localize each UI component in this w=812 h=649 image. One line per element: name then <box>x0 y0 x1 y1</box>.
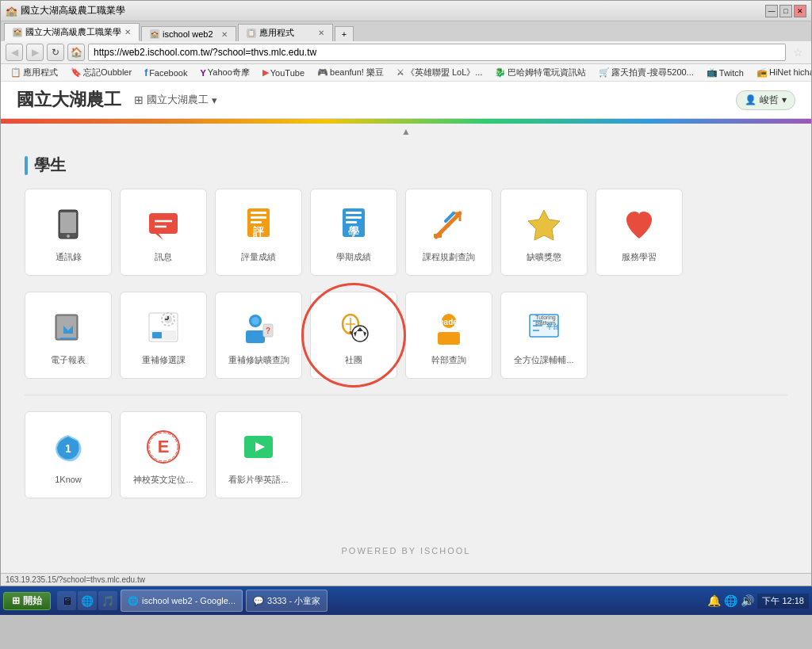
bookmark-lol-label: 《英雄聯盟 LoL》... <box>406 67 483 78</box>
ie-button[interactable]: 🌐 <box>78 591 97 610</box>
network-icon: 🌐 <box>724 594 737 607</box>
card-tutor[interactable]: 平台 Tutoring platform 全方位課輔輔... <box>500 292 588 379</box>
close-button[interactable]: ✕ <box>794 5 806 17</box>
taskbar: ⊞ 開始 🖥 🌐 🎵 🌐 ischool web2 - Google... 💬 … <box>0 586 812 615</box>
bookmark-yahoo[interactable]: Y Yahoo奇摩 <box>195 66 254 79</box>
bookmark-露天[interactable]: 🛒 露天拍賣-搜尋5200... <box>594 66 698 79</box>
taskbar-item-chat[interactable]: 💬 3333 - 小童家 <box>246 590 327 612</box>
forward-button[interactable]: ▶ <box>26 44 44 61</box>
site-nav[interactable]: ⊞ 國立大湖農工 ▾ <box>134 93 217 107</box>
home-button[interactable]: 🏠 <box>67 44 85 61</box>
user-menu[interactable]: 👤 峻哲 ▾ <box>736 90 795 110</box>
eval-grade-label: 評量成績 <box>241 251 276 263</box>
bookmark-beanfun[interactable]: 🎮 beanfun! 樂豆 <box>312 66 389 79</box>
start-label: 開始 <box>23 594 42 608</box>
status-url: 163.19.235.15/?school=thvs.mlc.edu.tw <box>6 575 145 584</box>
bookmark-facebook-icon: f <box>144 67 147 78</box>
taskbar-right: 🔔 🌐 🔊 下午 12:18 <box>707 594 809 609</box>
maximize-button[interactable]: □ <box>779 5 792 17</box>
notification-area-icon: 🔔 <box>707 594 721 607</box>
tab-3[interactable]: 📋 應用程式 ✕ <box>238 24 333 41</box>
card-service[interactable]: 服務學習 <box>596 189 683 276</box>
taskbar-chat-icon: 💬 <box>253 596 264 606</box>
card-eval-grade[interactable]: 評 評量成績 <box>215 189 302 276</box>
svg-text:?: ? <box>266 326 270 335</box>
card-course-plan[interactable]: 課程規劃查詢 <box>405 189 492 276</box>
card-e-report[interactable]: 電子報表 <box>25 292 112 379</box>
start-button[interactable]: ⊞ 開始 <box>3 592 51 610</box>
system-clock: 下午 12:18 <box>757 594 809 609</box>
tab-3-close[interactable]: ✕ <box>318 29 324 37</box>
title-bar-left: 🏫 國立大湖高級農工職業學 <box>6 4 125 17</box>
card-leader[interactable]: leader 幹部查詢 <box>405 292 492 379</box>
nav-bar: ◀ ▶ ↻ 🏠 ☆ <box>1 41 811 64</box>
tab-2[interactable]: 🏫 ischool web2 ✕ <box>141 26 236 41</box>
title-bar: 🏫 國立大湖高級農工職業學 — □ ✕ <box>1 1 811 21</box>
footer: POWERED BY ISCHOOL <box>1 530 811 571</box>
bookmark-twitch[interactable]: 📺 Twitch <box>702 67 749 78</box>
footer-text: POWERED BY ISCHOOL <box>342 546 471 555</box>
bookmark-youtube-label: YouTube <box>270 68 304 78</box>
collapse-bar[interactable]: ▲ <box>1 124 811 139</box>
main-area: 學生 通訊錄 訊息 <box>1 139 811 530</box>
bookmark-star[interactable]: ☆ <box>789 44 806 61</box>
taskbar-item-browser[interactable]: 🌐 ischool web2 - Google... <box>121 590 243 612</box>
svg-rect-13 <box>346 212 362 214</box>
svg-rect-3 <box>149 213 178 234</box>
bookmark-beanfun-icon: 🎮 <box>317 67 328 78</box>
svg-rect-15 <box>346 221 357 223</box>
window-controls[interactable]: — □ ✕ <box>765 5 806 17</box>
contact-label: 通訊錄 <box>56 251 82 263</box>
tab-1-close[interactable]: ✕ <box>124 28 131 36</box>
bookmark-bahamut-icon: 🐉 <box>495 67 506 78</box>
card-retake-select[interactable]: 重補修選課 <box>120 292 207 379</box>
show-desktop-button[interactable]: 🖥 <box>57 591 76 610</box>
nav-dropdown-icon: ▾ <box>212 94 217 106</box>
tab-2-close[interactable]: ✕ <box>221 30 228 39</box>
site-header: 國立大湖農工 ⊞ 國立大湖農工 ▾ 👤 峻哲 ▾ <box>1 82 811 119</box>
card-retake-absent[interactable]: ? 重補修缺曠查詢 <box>215 292 302 379</box>
page-content: 國立大湖農工 ⊞ 國立大湖農工 ▾ 👤 峻哲 ▾ ▲ 學生 <box>1 82 811 573</box>
back-button[interactable]: ◀ <box>6 44 23 61</box>
section-bar-decoration <box>25 156 28 175</box>
tutor-icon: 平台 Tutoring platform <box>522 305 566 349</box>
bookmark-twitch-label: Twitch <box>719 68 744 78</box>
eng-locate-icon: E <box>141 425 186 469</box>
taskbar-browser-icon: 🌐 <box>128 596 139 606</box>
svg-text:E: E <box>158 437 170 456</box>
bookmark-ruten-icon: 🛒 <box>599 67 610 78</box>
card-contact[interactable]: 通訊錄 <box>25 189 112 276</box>
collapse-icon: ▲ <box>401 126 411 137</box>
bookmark-apps[interactable]: 📋 應用程式 <box>6 66 63 79</box>
message-label: 訊息 <box>155 251 172 263</box>
card-semester-grade[interactable]: 學 學期成績 <box>310 189 397 276</box>
card-club[interactable]: 社團 <box>310 292 397 379</box>
bookmark-facebook[interactable]: f Facebook <box>140 67 192 79</box>
tab-1[interactable]: 🏫 國立大湖高級農工職業學 ✕ <box>4 23 140 41</box>
minimize-button[interactable]: — <box>765 5 778 17</box>
service-icon <box>617 202 661 246</box>
bookmark-oubbler[interactable]: 🔖 忘記Oubbler <box>66 66 136 79</box>
media-button[interactable]: 🎵 <box>98 591 117 610</box>
semester-grade-icon: 學 <box>331 202 376 246</box>
section-divider <box>25 395 787 395</box>
card-message[interactable]: 訊息 <box>120 189 207 276</box>
card-eng-locate[interactable]: E 神校英文定位... <box>120 411 207 498</box>
browser-favicon: 🏫 <box>6 6 17 17</box>
svg-rect-9 <box>251 216 266 219</box>
tab-bar: 🏫 國立大湖高級農工職業學 ✕ 🏫 ischool web2 ✕ 📋 應用程式 … <box>1 21 811 41</box>
taskbar-chat-label: 3333 - 小童家 <box>267 595 320 607</box>
service-label: 服務學習 <box>622 251 657 263</box>
1know-icon: 1 <box>46 426 90 470</box>
bookmark-youtube[interactable]: ▶ YouTube <box>258 67 309 78</box>
tab-1-favicon: 🏫 <box>13 28 22 37</box>
address-bar[interactable] <box>88 44 786 61</box>
bookmark-bahamut[interactable]: 🐉 巴哈姆特電玩資訊站 <box>490 66 591 79</box>
new-tab-button[interactable]: + <box>335 26 354 41</box>
card-absent[interactable]: 缺曠獎懲 <box>500 189 588 276</box>
bookmark-lol[interactable]: ⚔ 《英雄聯盟 LoL》... <box>392 66 488 79</box>
refresh-button[interactable]: ↻ <box>47 44 64 61</box>
bookmark-hinet[interactable]: 📻 HiNet hichannel廣播 <box>752 66 811 79</box>
card-video-eng[interactable]: 看影片學英語... <box>215 411 302 498</box>
card-1know[interactable]: 1 1Know <box>25 411 112 498</box>
